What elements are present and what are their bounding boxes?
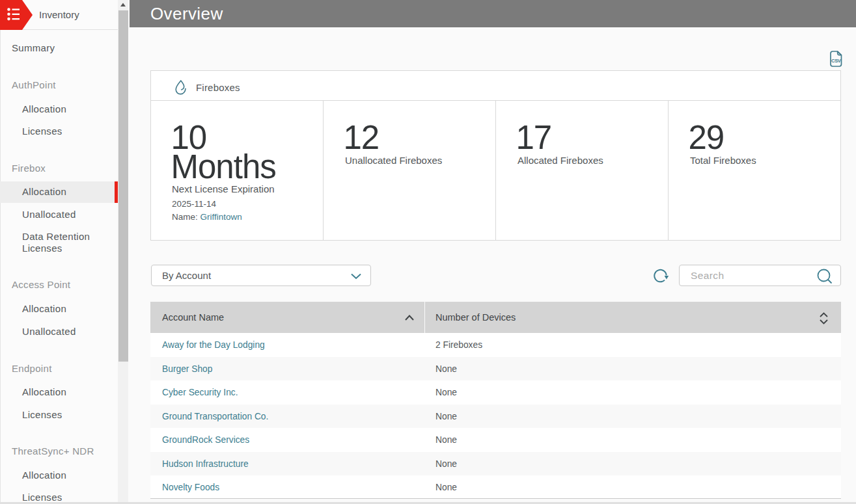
svg-text:CSV: CSV: [831, 58, 842, 64]
